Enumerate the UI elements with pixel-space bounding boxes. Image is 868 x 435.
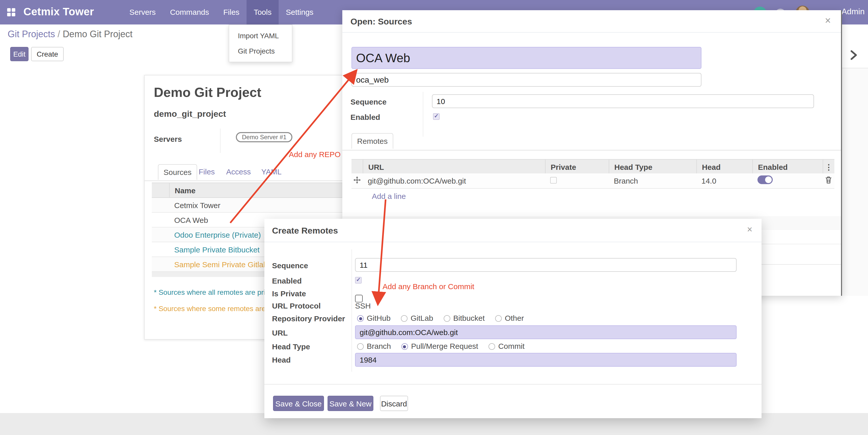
tools-dropdown: Import YAML Git Projects xyxy=(229,25,292,62)
modal-header-divider xyxy=(265,242,762,242)
source-name[interactable]: OCA Web xyxy=(152,215,208,224)
source-name[interactable]: Cetmix Tower xyxy=(152,201,220,209)
source-name[interactable]: Sample Semi Private Gitlab xyxy=(152,260,268,268)
radio-pull-merge-request[interactable] xyxy=(401,343,408,350)
footnote-semi-private: * Sources where some remotes are xyxy=(154,304,266,313)
radio-other[interactable] xyxy=(495,315,502,322)
enabled-column-header[interactable]: Enabled xyxy=(752,160,823,174)
drag-column xyxy=(351,160,363,174)
save-new-button[interactable]: Save & New xyxy=(328,396,373,411)
sequence-input[interactable]: 11 xyxy=(355,258,737,272)
apps-menu-icon[interactable] xyxy=(7,8,15,16)
right-panel xyxy=(841,10,868,296)
project-title: Demo Git Project xyxy=(154,85,261,100)
enabled-label: Enabled xyxy=(272,277,302,285)
create-button[interactable]: Create xyxy=(31,47,64,61)
private-checkbox[interactable] xyxy=(550,177,557,183)
modal-header-divider xyxy=(342,32,841,33)
breadcrumb-current: Demo Git Project xyxy=(63,29,132,39)
field-separator xyxy=(220,128,221,153)
menu-servers[interactable]: Servers xyxy=(122,0,163,25)
modal-footer-divider xyxy=(265,384,762,384)
radio-commit[interactable] xyxy=(489,343,495,350)
open-sources-modal-title: Open: Sources xyxy=(350,17,412,27)
radio-branch-label[interactable]: Branch xyxy=(367,342,391,350)
sequence-label: Sequence xyxy=(350,97,386,106)
edit-button[interactable]: Edit xyxy=(10,47,29,61)
app-window: Cetmix Tower Servers Commands Files Tool… xyxy=(0,0,868,435)
sequence-input[interactable]: 10 xyxy=(432,94,814,108)
drag-handle-icon[interactable] xyxy=(351,176,363,185)
radio-branch[interactable] xyxy=(357,343,364,350)
chevron-right-icon xyxy=(850,50,857,60)
radio-bitbucket-label[interactable]: Bitbucket xyxy=(453,314,485,322)
brand-title[interactable]: Cetmix Tower xyxy=(24,6,94,18)
tab-files[interactable]: Files xyxy=(193,164,220,179)
radio-gitlab[interactable] xyxy=(401,315,407,322)
head-column-header[interactable]: Head xyxy=(696,160,752,174)
delete-remote-button[interactable] xyxy=(823,176,834,185)
breadcrumb-parent[interactable]: Git Projects xyxy=(8,29,55,39)
enabled-toggle[interactable] xyxy=(757,175,773,184)
menu-item-git-projects[interactable]: Git Projects xyxy=(229,44,292,59)
private-column-header[interactable]: Private xyxy=(545,160,609,174)
enabled-checkbox[interactable] xyxy=(355,277,362,284)
radio-bitbucket[interactable] xyxy=(444,315,450,322)
create-remotes-modal: Create Remotes × Sequence 11 Enabled Is … xyxy=(265,219,762,418)
discard-button[interactable]: Discard xyxy=(380,396,408,411)
url-value: git@github.com:OCA/web.git xyxy=(355,328,458,337)
name-column-header[interactable]: Name xyxy=(169,186,196,195)
url-protocol-value[interactable]: SSH xyxy=(355,301,371,310)
radio-pull-merge-request-label[interactable]: Pull/Merge Request xyxy=(411,342,478,350)
sequence-value: 10 xyxy=(432,97,445,106)
server-tag[interactable]: Demo Server #1 xyxy=(236,132,292,142)
close-icon[interactable]: × xyxy=(747,224,752,235)
radio-github[interactable] xyxy=(357,315,364,322)
source-row[interactable]: Cetmix Tower xyxy=(152,198,345,213)
radio-github-label[interactable]: GitHub xyxy=(367,314,391,322)
is-private-label: Is Private xyxy=(272,289,306,298)
radio-commit-label[interactable]: Commit xyxy=(498,342,524,350)
selector-column xyxy=(152,183,169,197)
annotation-repo: Add any REPO xyxy=(289,150,341,158)
remotes-table-header: URL Private Head Type Head Enabled ⋮ xyxy=(351,159,834,174)
remotes-tabbar-underline xyxy=(342,149,841,150)
menu-files[interactable]: Files xyxy=(216,0,247,25)
enabled-checkbox[interactable] xyxy=(433,113,440,120)
tab-yaml[interactable]: YAML xyxy=(256,164,286,179)
source-name-value: OCA Web xyxy=(352,51,410,65)
pager-next-button[interactable] xyxy=(850,50,857,62)
field-separator xyxy=(423,92,423,137)
menu-commands[interactable]: Commands xyxy=(163,0,216,25)
source-name[interactable]: Odoo Enterprise (Private) xyxy=(152,230,261,239)
user-name[interactable]: Admin xyxy=(841,7,865,16)
sequence-label: Sequence xyxy=(272,261,308,270)
head-cell[interactable]: 14.0 xyxy=(696,176,752,185)
menu-tools[interactable]: Tools xyxy=(247,0,279,25)
remote-url-cell[interactable]: git@github.com:OCA/web.git xyxy=(363,176,545,185)
source-name-input[interactable]: OCA Web xyxy=(351,47,702,69)
url-protocol-label: URL Protocol xyxy=(272,301,321,310)
trash-icon xyxy=(825,176,832,183)
create-remotes-modal-title: Create Remotes xyxy=(272,226,338,236)
add-a-line-link[interactable]: Add a line xyxy=(372,192,406,200)
head-input[interactable]: 1984 xyxy=(355,353,737,367)
source-code-input[interactable]: oca_web xyxy=(351,73,702,87)
tab-sources[interactable]: Sources xyxy=(158,164,197,180)
head-type-cell[interactable]: Branch xyxy=(609,176,696,185)
remote-row[interactable]: git@github.com:OCA/web.git Branch 14.0 xyxy=(351,173,834,189)
url-input[interactable]: git@github.com:OCA/web.git xyxy=(355,325,737,339)
radio-gitlab-label[interactable]: GitLab xyxy=(410,314,433,322)
url-column-header[interactable]: URL xyxy=(363,160,545,174)
menu-item-import-yaml[interactable]: Import YAML xyxy=(229,28,292,44)
close-icon[interactable]: × xyxy=(825,15,831,26)
kebab-icon[interactable]: ⋮ xyxy=(823,160,834,174)
tab-remotes[interactable]: Remotes xyxy=(351,133,393,149)
menu-settings[interactable]: Settings xyxy=(279,0,320,25)
tab-access[interactable]: Access xyxy=(221,164,256,179)
source-name[interactable]: Sample Private Bitbucket xyxy=(152,245,259,254)
head-type-column-header[interactable]: Head Type xyxy=(609,160,696,174)
radio-other-label[interactable]: Other xyxy=(505,314,524,322)
right-panel-lower xyxy=(841,68,868,296)
save-close-button[interactable]: Save & Close xyxy=(273,396,324,411)
